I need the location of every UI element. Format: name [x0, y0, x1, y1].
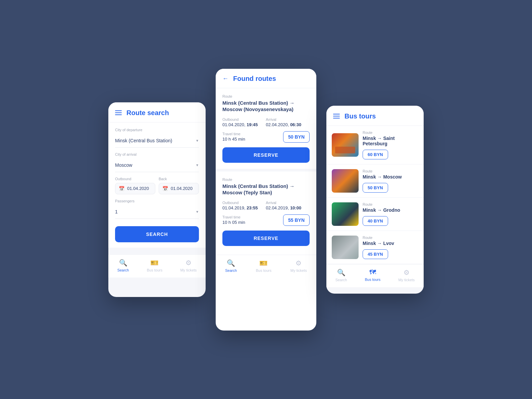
date-row: Outbound 📅 01.04.2020 Back 📅 01.04.2020: [115, 177, 199, 194]
tour-image-0: [332, 133, 359, 157]
passengers-dropdown[interactable]: 1: [115, 208, 199, 216]
departure-select[interactable]: Minsk (Central Bus Station): [115, 134, 199, 148]
tour-image-1: [332, 169, 359, 193]
bottom-nav-search: 🔍 Search 🎫 Bus tours ⚙ My tickets: [108, 254, 206, 278]
tours-menu-icon[interactable]: [333, 114, 340, 118]
tour-image-2: [332, 202, 359, 226]
outbound-time-label-1: Outbound: [222, 117, 258, 121]
outbound-time-label-2: Outbound: [222, 201, 258, 205]
route-label-2: Route: [222, 178, 310, 182]
routes-search-label: Search: [225, 268, 237, 272]
calendar-icon: 📅: [119, 186, 124, 191]
tour-route-label-0: Route: [363, 131, 418, 135]
outbound-time-2: Outbound 01.04.2019, 23:55: [222, 201, 258, 210]
passengers-select-wrapper: 1: [115, 205, 199, 219]
tours-nav-search[interactable]: 🔍 Search: [335, 268, 347, 282]
tour-price-btn-2[interactable]: 40 BYN: [363, 216, 388, 226]
reserve-button-2[interactable]: RESERVE: [222, 231, 310, 246]
arrival-time-label-2: Arrival: [266, 201, 302, 205]
arrival-dropdown[interactable]: Moscow: [115, 161, 199, 169]
tour-route-label-1: Route: [363, 169, 418, 173]
tours-nav-bus-tours[interactable]: 🗺 Bus tours: [365, 268, 380, 282]
arrival-time-1: Arrival 02.04.2020, 06:30: [266, 117, 302, 127]
back-date-group: Back 📅 01.04.2020: [159, 177, 199, 194]
bus-tours-nav-icon: 🎫: [150, 259, 159, 267]
arrival-select-wrapper: Moscow: [115, 158, 199, 172]
reserve-button-1[interactable]: RESERVE: [222, 147, 310, 163]
arrival-group: City of arrival Moscow: [115, 152, 199, 172]
tour-info-3: Route Minsk → Lvov 45 BYN: [363, 236, 418, 259]
price-button-1[interactable]: 50 BYN: [283, 131, 310, 143]
tour-route-name-1: Minsk → Moscow: [363, 174, 418, 180]
tours-my-tickets-icon: ⚙: [404, 268, 410, 277]
tours-nav-my-tickets[interactable]: ⚙ My tickets: [398, 268, 415, 282]
screen-bus-tours: Bus tours Route Minsk → Saint Petersburg…: [326, 106, 424, 294]
travel-group-1: Travel time 10 h 45 min: [222, 132, 245, 142]
tour-price-btn-1[interactable]: 50 BYN: [363, 183, 388, 193]
back-button[interactable]: ←: [222, 75, 228, 82]
departure-group: City of departure Minsk (Central Bus Sta…: [115, 128, 199, 148]
back-label: Back: [159, 177, 199, 181]
tours-title: Bus tours: [344, 112, 376, 120]
bus-tours-nav-label: Bus tours: [147, 268, 162, 272]
travel-label-1: Travel time: [222, 132, 245, 136]
nav-search[interactable]: 🔍 Search: [117, 259, 129, 272]
outbound-date-input[interactable]: 📅 01.04.2020: [115, 183, 155, 194]
routes-nav-bus-tours[interactable]: 🎫 Bus tours: [256, 259, 271, 272]
menu-icon[interactable]: [115, 110, 122, 115]
route-card-2: Route Minsk (Central Bus Station) → Mosc…: [216, 171, 316, 252]
travel-time-1: 10 h 45 min: [222, 137, 245, 142]
tours-search-icon: 🔍: [337, 268, 345, 277]
tours-bottom-nav: 🔍 Search 🗺 Bus tours ⚙ My tickets: [326, 264, 424, 287]
tour-item-0: Route Minsk → Saint Petersburg 60 BYN: [326, 126, 424, 164]
screens-container: Route search City of departure Minsk (Ce…: [95, 49, 437, 351]
search-header: Route search: [108, 102, 206, 122]
route-times-2: Outbound 01.04.2019, 23:55 Arrival 02.04…: [222, 201, 310, 210]
calendar-icon-back: 📅: [162, 186, 168, 191]
passengers-group: Passengers 1: [115, 199, 199, 219]
tour-route-name-0: Minsk → Saint Petersburg: [363, 136, 418, 146]
departure-select-wrapper: Minsk (Central Bus Station): [115, 134, 199, 148]
screen-found-routes: ← Found routes Route Minsk (Central Bus …: [216, 69, 316, 331]
routes-header: ← Found routes: [216, 69, 316, 88]
routes-my-tickets-label: My tickets: [290, 268, 307, 272]
routes-my-tickets-icon: ⚙: [296, 259, 302, 267]
route-bottom-1: Travel time 10 h 45 min 50 BYN: [222, 131, 310, 143]
routes-list: Route Minsk (Central Bus Station) → Mosc…: [216, 88, 316, 252]
travel-group-2: Travel time 10 h 05 min: [222, 215, 245, 225]
back-date-input[interactable]: 📅 01.04.2020: [159, 183, 199, 194]
outbound-date-group: Outbound 📅 01.04.2020: [115, 177, 155, 194]
tour-item-1: Route Minsk → Moscow 50 BYN: [326, 164, 424, 198]
tour-price-btn-0[interactable]: 60 BYN: [363, 150, 388, 159]
nav-bus-tours[interactable]: 🎫 Bus tours: [147, 259, 162, 272]
arrival-select[interactable]: Moscow: [115, 158, 199, 172]
tour-item-2: Route Minsk → Grodno 40 BYN: [326, 198, 424, 231]
tours-bus-tours-icon: 🗺: [369, 268, 376, 276]
back-date-value: 01.04.2020: [171, 186, 193, 191]
routes-bus-tours-label: Bus tours: [256, 268, 271, 272]
outbound-label: Outbound: [115, 177, 155, 181]
routes-nav-search[interactable]: 🔍 Search: [225, 259, 237, 272]
arrival-time-value-1: 02.04.2020, 06:30: [266, 122, 302, 127]
route-label-1: Route: [222, 94, 310, 98]
departure-label: City of departure: [115, 128, 199, 132]
search-button[interactable]: SEARCH: [115, 226, 199, 242]
tour-route-label-3: Route: [363, 236, 418, 240]
search-nav-icon: 🔍: [119, 259, 127, 267]
travel-time-2: 10 h 05 min: [222, 220, 245, 225]
tour-price-btn-3[interactable]: 45 BYN: [363, 249, 388, 259]
nav-my-tickets[interactable]: ⚙ My tickets: [180, 259, 197, 272]
route-name-1: Minsk (Central Bus Station) → Moscow (No…: [222, 100, 310, 113]
passengers-select[interactable]: 1: [115, 205, 199, 219]
route-times-1: Outbound 01.04.2020, 19:45 Arrival 02.04…: [222, 117, 310, 127]
routes-search-icon: 🔍: [227, 259, 235, 267]
routes-bus-tours-icon: 🎫: [259, 259, 268, 267]
tour-info-0: Route Minsk → Saint Petersburg 60 BYN: [363, 131, 418, 159]
route-name-2: Minsk (Central Bus Station) → Moscow (Te…: [222, 183, 310, 196]
tour-route-name-2: Minsk → Grodno: [363, 207, 418, 213]
departure-dropdown[interactable]: Minsk (Central Bus Station): [115, 137, 199, 145]
routes-nav-my-tickets[interactable]: ⚙ My tickets: [290, 259, 307, 272]
price-button-2[interactable]: 55 BYN: [283, 214, 310, 226]
arrival-time-value-2: 02.04.2019, 10:00: [266, 205, 302, 210]
tours-search-label: Search: [335, 278, 347, 282]
